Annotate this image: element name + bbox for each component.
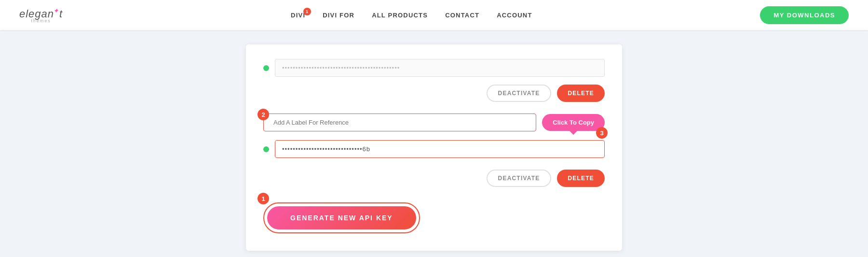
logo-star-icon: ✦ bbox=[53, 7, 59, 14]
nav-item-divi[interactable]: DIVI 1 bbox=[291, 12, 305, 19]
logo: elegan✦t themes bbox=[19, 7, 63, 23]
delete-button-1[interactable]: DELETE bbox=[557, 85, 605, 102]
step-badge-1: 1 bbox=[258, 193, 269, 204]
header: elegan✦t themes DIVI 1 DIVI FOR ALL PROD… bbox=[0, 0, 868, 30]
nav-badge-divi: 1 bbox=[303, 8, 311, 15]
step-badge-3: 3 bbox=[596, 127, 608, 139]
logo-text: elegan✦t bbox=[19, 8, 63, 20]
nav-item-account[interactable]: ACCOUNT bbox=[497, 12, 532, 19]
api-key-row-1 bbox=[263, 59, 605, 77]
api-key-input-2[interactable] bbox=[275, 140, 605, 158]
api-keys-card: DEACTIVATE DELETE 2 Click To Copy 3 bbox=[246, 44, 622, 251]
deactivate-button-1[interactable]: DEACTIVATE bbox=[487, 85, 552, 102]
generate-wrapper: 1 GENERATE NEW API KEY bbox=[263, 199, 420, 233]
nav-item-all-products[interactable]: ALL PRODUCTS bbox=[372, 12, 428, 19]
generate-api-key-button[interactable]: GENERATE NEW API KEY bbox=[267, 206, 416, 229]
nav-item-contact[interactable]: CONTACT bbox=[445, 12, 479, 19]
delete-button-2[interactable]: DELETE bbox=[557, 170, 605, 187]
api-key-row-2 bbox=[263, 140, 605, 158]
status-dot-2 bbox=[263, 146, 269, 152]
api-key-row-2-section bbox=[263, 140, 605, 158]
click-to-copy-button[interactable]: Click To Copy bbox=[542, 114, 605, 131]
step-badge-2: 2 bbox=[258, 109, 269, 120]
label-input[interactable] bbox=[263, 114, 536, 131]
my-downloads-button[interactable]: MY DOWNLOADS bbox=[760, 6, 849, 24]
label-row: 2 Click To Copy 3 bbox=[263, 114, 605, 131]
status-dot-1 bbox=[263, 65, 269, 71]
generate-section: GENERATE NEW API KEY bbox=[263, 202, 420, 233]
main-content: DEACTIVATE DELETE 2 Click To Copy 3 bbox=[0, 30, 868, 257]
deactivate-button-2[interactable]: DEACTIVATE bbox=[487, 170, 552, 187]
label-section: 2 Click To Copy 3 bbox=[263, 114, 605, 131]
action-row-2: DEACTIVATE DELETE bbox=[263, 170, 605, 187]
action-row-1: DEACTIVATE DELETE bbox=[263, 85, 605, 102]
nav-item-divi-for[interactable]: DIVI FOR bbox=[323, 12, 354, 19]
main-nav: DIVI 1 DIVI FOR ALL PRODUCTS CONTACT ACC… bbox=[291, 12, 532, 19]
api-key-input-1[interactable] bbox=[275, 59, 605, 77]
